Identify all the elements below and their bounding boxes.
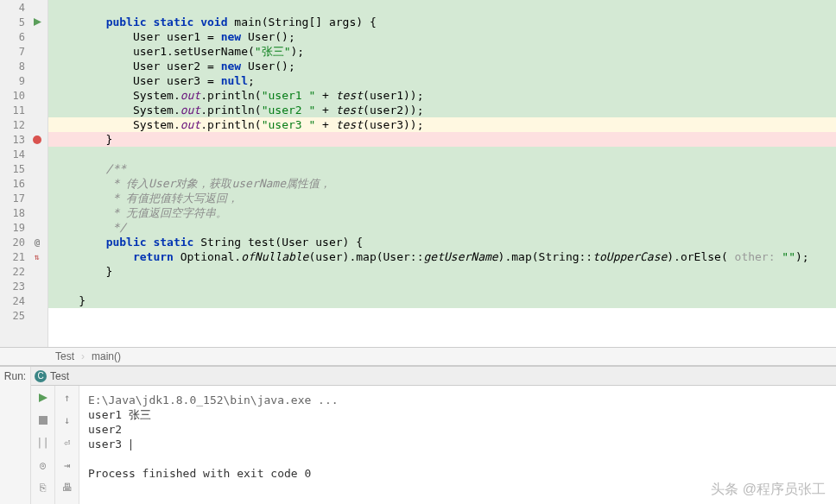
exit-icon[interactable]: ⎘ — [35, 479, 52, 496]
line-number: 21 — [10, 251, 30, 263]
code-line[interactable]: return Optional.ofNullable(user).map(Use… — [48, 249, 836, 264]
line-number: 8 — [10, 60, 30, 72]
code-line[interactable]: /** — [48, 161, 836, 176]
code-line[interactable]: public static void main(String[] args) { — [48, 15, 836, 29]
line-number: 18 — [10, 207, 30, 219]
line-number: 12 — [10, 119, 30, 131]
line-number: 24 — [10, 295, 30, 307]
code-line[interactable]: User user3 = null; — [48, 73, 836, 88]
code-line[interactable]: * 传入User对象，获取userName属性值， — [48, 176, 836, 191]
console-line: user2 — [88, 422, 827, 437]
line-number: 14 — [10, 148, 30, 161]
run-tab-bar: C Test — [31, 367, 836, 386]
line-number: 22 — [10, 266, 30, 278]
recursion-icon[interactable]: ⇅ — [30, 252, 44, 261]
line-number: 20 — [10, 236, 30, 249]
line-number: 6 — [10, 31, 30, 43]
breadcrumb: Test › main() — [0, 347, 836, 366]
line-number: 4 — [10, 2, 30, 14]
scroll-to-end-icon[interactable]: ⇥ — [59, 457, 76, 474]
stop-button[interactable] — [35, 412, 52, 429]
line-number: 5 — [10, 16, 30, 28]
code-line[interactable]: System.out.println("user1 " + test(user1… — [48, 88, 836, 103]
code-line[interactable]: } — [48, 132, 836, 147]
code-line[interactable]: } — [48, 293, 836, 308]
override-icon[interactable]: @ — [30, 236, 44, 248]
breadcrumb-item[interactable]: main() — [88, 350, 124, 362]
console-line: user1 张三 — [88, 407, 827, 422]
code-line[interactable] — [48, 308, 836, 323]
code-line[interactable] — [48, 279, 836, 293]
line-number: 23 — [10, 280, 30, 293]
pause-button[interactable]: || — [35, 434, 52, 451]
run-toolbar-primary: || ◎ ⎘ — [31, 386, 55, 504]
code-line[interactable]: user1.setUserName("张三"); — [48, 44, 836, 59]
code-editor[interactable]: public static void main(String[] args) {… — [48, 0, 836, 347]
run-tab-label: Test — [50, 370, 69, 382]
up-icon[interactable]: ↑ — [59, 389, 76, 406]
svg-rect-0 — [39, 416, 48, 425]
camera-icon[interactable]: ◎ — [35, 457, 52, 474]
line-number: 9 — [10, 75, 30, 87]
cursor-icon — [130, 439, 131, 450]
console-line: user3 — [88, 437, 827, 451]
code-line[interactable]: * 无值返回空字符串。 — [48, 205, 836, 220]
rerun-button[interactable] — [35, 389, 52, 406]
code-line[interactable]: */ — [48, 220, 836, 235]
line-number: 15 — [10, 163, 30, 175]
run-toolbar-secondary: ↑ ↓ ⏎ ⇥ 🖶 — [55, 386, 79, 504]
class-icon: C — [35, 370, 47, 382]
gutter: 4 5 6 7 8 9 10 11 12 13 14 15 16 17 18 1… — [0, 0, 48, 347]
run-panel-label: Run: — [0, 367, 31, 504]
line-number: 10 — [10, 90, 30, 102]
code-line[interactable]: System.out.println("user2 " + test(user2… — [48, 103, 836, 117]
run-tab[interactable]: C Test — [35, 370, 69, 382]
down-icon[interactable]: ↓ — [59, 412, 76, 429]
run-gutter-icon[interactable] — [30, 18, 44, 26]
wrap-icon[interactable]: ⏎ — [59, 434, 76, 451]
line-number: 25 — [10, 310, 30, 322]
code-line[interactable]: public static String test(User user) { — [48, 235, 836, 249]
line-number: 11 — [10, 104, 30, 117]
watermark: 头条 @程序员张工 — [711, 481, 826, 499]
breadcrumb-item[interactable]: Test — [52, 350, 78, 362]
print-icon[interactable]: 🖶 — [59, 479, 76, 496]
line-number: 19 — [10, 222, 30, 234]
breadcrumb-separator: › — [78, 350, 88, 362]
code-line[interactable]: * 有值把值转大写返回， — [48, 191, 836, 205]
code-line[interactable] — [48, 147, 836, 161]
line-number: 7 — [10, 46, 30, 58]
editor-area: 4 5 6 7 8 9 10 11 12 13 14 15 16 17 18 1… — [0, 0, 836, 347]
console-line: E:\Java\jdk1.8.0_152\bin\java.exe ... — [88, 393, 827, 407]
line-number: 16 — [10, 178, 30, 190]
code-line[interactable]: System.out.println("user3 " + test(user3… — [48, 117, 836, 132]
line-number: 17 — [10, 192, 30, 205]
console-line: Process finished with exit code 0 — [88, 466, 827, 481]
breakpoint-icon[interactable] — [30, 135, 44, 144]
code-line[interactable] — [48, 0, 836, 15]
code-line[interactable]: User user1 = new User(); — [48, 29, 836, 44]
code-line[interactable]: } — [48, 264, 836, 279]
line-number: 13 — [10, 134, 30, 146]
code-line[interactable]: User user2 = new User(); — [48, 59, 836, 73]
